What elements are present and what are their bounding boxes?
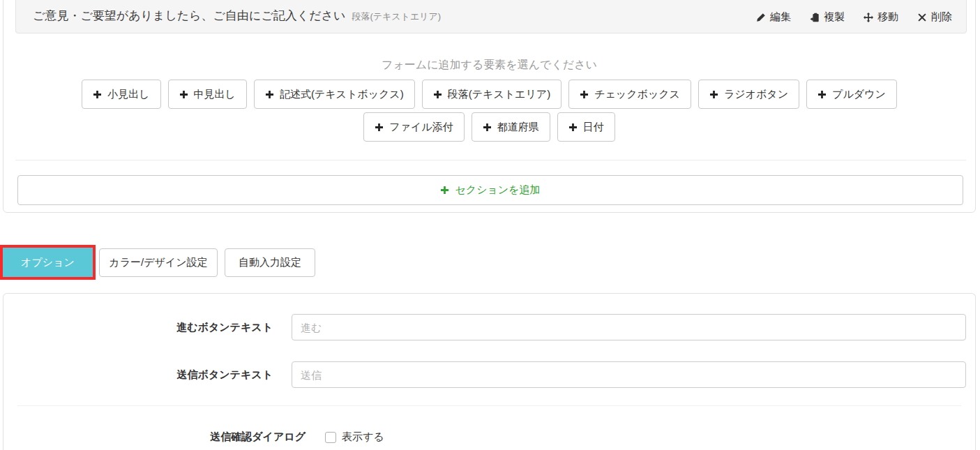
add-midheading-button[interactable]: 中見出し xyxy=(168,80,247,109)
button-label: ラジオボタン xyxy=(724,88,788,101)
move-button[interactable]: 移動 xyxy=(864,10,898,24)
options-panel: 進むボタンテキスト 送信ボタンテキスト 送信確認ダイアログ 表示する xyxy=(3,293,976,450)
element-picker-row-2: ファイル添付 都道府県 日付 xyxy=(3,112,975,142)
plus-icon xyxy=(179,90,188,99)
forward-button-text-input[interactable] xyxy=(292,314,966,340)
confirm-dialog-row: 送信確認ダイアログ 表示する xyxy=(3,430,966,444)
plus-icon xyxy=(580,90,589,99)
plus-icon xyxy=(568,123,578,132)
tab-autofill-label: 自動入力設定 xyxy=(239,256,301,269)
move-label: 移動 xyxy=(877,10,898,24)
annotation-highlight: オプション xyxy=(0,245,96,280)
button-label: 記述式(テキストボックス) xyxy=(280,88,404,101)
edit-button[interactable]: 編集 xyxy=(756,10,791,24)
plus-icon xyxy=(440,186,449,195)
add-date-button[interactable]: 日付 xyxy=(557,112,615,142)
form-section-card: ご意見・ご要望がありましたら、ご自由にご記入ください 段落(テキストエリア) 編… xyxy=(3,0,976,213)
delete-x-icon xyxy=(917,13,927,22)
plus-icon xyxy=(817,90,827,99)
add-textarea-button[interactable]: 段落(テキストエリア) xyxy=(422,80,561,109)
confirm-dialog-checkbox[interactable] xyxy=(325,432,336,443)
form-element-title: ご意見・ご要望がありましたら、ご自由にご記入ください xyxy=(33,8,345,24)
section-divider xyxy=(15,160,966,160)
submit-button-text-input[interactable] xyxy=(292,361,966,388)
delete-button[interactable]: 削除 xyxy=(917,10,952,24)
tab-color-design-label: カラー/デザイン設定 xyxy=(109,256,207,269)
pencil-icon xyxy=(756,13,766,22)
confirm-dialog-checkbox-label: 表示する xyxy=(342,430,384,444)
add-section-label: セクションを追加 xyxy=(455,183,540,197)
forward-button-text-row: 進むボタンテキスト xyxy=(3,314,966,340)
form-element-row: ご意見・ご要望がありましたら、ご自由にご記入ください 段落(テキストエリア) 編… xyxy=(15,0,967,33)
button-label: 小見出し xyxy=(107,88,149,101)
edit-label: 編集 xyxy=(770,10,791,24)
tab-autofill-settings[interactable]: 自動入力設定 xyxy=(225,248,315,277)
plus-icon xyxy=(93,90,102,99)
add-textbox-button[interactable]: 記述式(テキストボックス) xyxy=(254,80,415,109)
tab-options[interactable]: オプション xyxy=(3,248,93,277)
form-element-titles: ご意見・ご要望がありましたら、ご自由にご記入ください 段落(テキストエリア) xyxy=(33,8,441,24)
plus-icon xyxy=(483,123,492,132)
add-pulldown-button[interactable]: プルダウン xyxy=(806,80,897,109)
delete-label: 削除 xyxy=(931,10,952,24)
tab-color-design-settings[interactable]: カラー/デザイン設定 xyxy=(99,248,218,277)
submit-button-text-label: 送信ボタンテキスト xyxy=(3,368,273,382)
add-prefecture-button[interactable]: 都道府県 xyxy=(472,112,550,142)
button-label: プルダウン xyxy=(832,88,886,101)
plus-icon xyxy=(709,90,718,99)
button-label: チェックボックス xyxy=(594,88,680,101)
button-label: 中見出し xyxy=(194,88,236,101)
plus-icon xyxy=(433,90,442,99)
button-label: 都道府県 xyxy=(497,121,539,134)
duplicate-icon xyxy=(810,13,820,22)
element-actions: 編集 複製 移動 削除 xyxy=(756,10,952,24)
move-icon xyxy=(864,13,873,22)
button-label: ファイル添付 xyxy=(389,121,453,134)
element-picker-prompt: フォームに追加する要素を選んでください xyxy=(3,58,975,73)
button-label: 日付 xyxy=(583,121,604,134)
duplicate-button[interactable]: 複製 xyxy=(810,10,845,24)
form-element-type-label: 段落(テキストエリア) xyxy=(352,10,441,23)
confirm-dialog-checkbox-wrap[interactable]: 表示する xyxy=(325,430,384,444)
add-checkbox-button[interactable]: チェックボックス xyxy=(568,80,691,109)
add-radio-button[interactable]: ラジオボタン xyxy=(698,80,799,109)
element-picker-row-1: 小見出し 中見出し 記述式(テキストボックス) 段落(テキストエリア) チェック… xyxy=(3,80,975,109)
options-divider xyxy=(17,405,961,406)
plus-icon xyxy=(265,90,274,99)
tab-options-label: オプション xyxy=(21,256,75,269)
submit-button-text-row: 送信ボタンテキスト xyxy=(3,361,966,388)
confirm-dialog-label: 送信確認ダイアログ xyxy=(3,430,306,444)
add-file-button[interactable]: ファイル添付 xyxy=(363,112,464,142)
add-section-button[interactable]: セクションを追加 xyxy=(17,175,963,205)
add-subheading-button[interactable]: 小見出し xyxy=(82,80,160,109)
duplicate-label: 複製 xyxy=(824,10,845,24)
forward-button-text-label: 進むボタンテキスト xyxy=(3,321,273,334)
plus-icon xyxy=(375,123,384,132)
button-label: 段落(テキストエリア) xyxy=(448,88,550,101)
